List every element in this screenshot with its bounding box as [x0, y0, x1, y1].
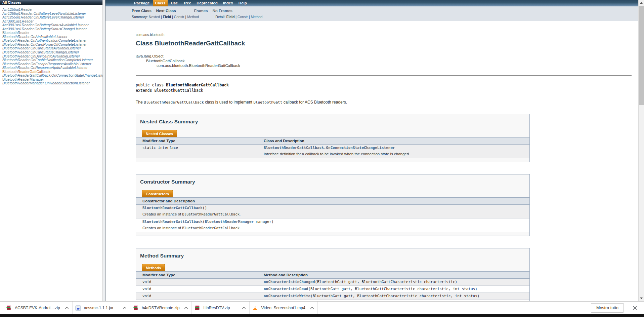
download-item[interactable]: b4aDSTVRemote.zip	[130, 302, 192, 314]
description-text: class is used to implement	[204, 100, 253, 105]
constructor-link[interactable]: BluetoothReaderGattCallback	[142, 206, 203, 210]
nested-class-link-line: BluetoothReaderGattCallback.OnConnection…	[264, 146, 528, 150]
scrollbar-thumb[interactable]	[639, 6, 644, 105]
section-heading: Constructor Summary	[136, 174, 529, 185]
subnav-text: |	[234, 15, 238, 19]
nested-class-link[interactable]: BluetoothReaderGattCallback.OnConnection…	[264, 146, 395, 150]
download-item[interactable]: acssmc-1.1.1.jar	[73, 302, 130, 314]
taskbar-edge	[0, 314, 644, 317]
subnav-link-constr[interactable]: Constr	[174, 15, 184, 19]
param-type-link[interactable]: BluetoothReaderManager	[205, 220, 254, 224]
show-all-downloads-button[interactable]: Mostra tutto	[591, 303, 624, 313]
sidebar-class-link[interactable]: Acr3901us1Reader.OnBatteryStatusAvailabl…	[2, 23, 101, 27]
close-icon[interactable]	[633, 306, 637, 310]
subnav-summary-row: Summary: Nested | Field | Constr | Metho…	[132, 15, 638, 19]
constructor-description: Creates an instance of BluetoothReaderGa…	[142, 212, 528, 217]
column-header: Constructor and Description	[136, 198, 529, 205]
all-classes-header: All Classes	[0, 0, 102, 5]
sub-navigation: Prev ClassNext ClassFramesNo Frames Summ…	[105, 6, 638, 21]
description-text: The	[136, 100, 144, 105]
sidebar-class-link[interactable]: BluetoothReaderManager.OnReaderDetection…	[2, 81, 101, 85]
column-header: Class and Description	[257, 137, 529, 145]
topnav-class[interactable]: Class	[153, 0, 168, 6]
sidebar-class-link[interactable]: BluetoothReader.OnEnableNotificationComp…	[2, 58, 101, 62]
class-content: com.acs.bluetooth Class BluetoothReaderG…	[105, 33, 638, 301]
winrar-icon	[133, 305, 139, 311]
topnav-package[interactable]: Package	[132, 0, 152, 6]
topnav-list: PackageClassUseTreeDeprecatedIndexHelp	[105, 0, 638, 6]
description-text: Creates an instance of	[142, 212, 182, 216]
subnav-link-frames[interactable]: Frames	[194, 9, 208, 13]
return-type-cell: void	[136, 286, 257, 293]
subnav-link-method[interactable]: Method	[251, 15, 262, 19]
description-text: callback for ACS Bluetooth readers.	[282, 100, 347, 105]
method-link[interactable]: onCharacteristicWrite	[264, 294, 310, 298]
subnav-link-constr[interactable]: Constr	[238, 15, 248, 19]
chevron-up-icon[interactable]	[65, 307, 69, 309]
sidebar-class-link[interactable]: BluetoothReader.OnCardStatusChangeListen…	[2, 50, 101, 54]
download-filename: acssmc-1.1.1.jar	[84, 306, 114, 310]
download-filename: LibResDTV.zip	[203, 306, 230, 310]
scroll-up-arrow[interactable]	[639, 0, 644, 6]
topnav-use[interactable]: Use	[168, 0, 180, 6]
frame-divider[interactable]	[102, 0, 105, 301]
subnav-link-next-class[interactable]: Next Class	[156, 9, 176, 13]
download-item[interactable]: LibResDTV.zip	[192, 302, 250, 314]
section-heading: Method Summary	[136, 248, 529, 259]
subnav-link-nested[interactable]: Nested	[149, 15, 160, 19]
inheritance-root: java.lang.Object	[136, 54, 632, 58]
download-item[interactable]: Video_Screenshot1.mp4	[250, 302, 317, 314]
table-row: BluetoothReaderGattCallback(BluetoothRea…	[136, 219, 529, 232]
constructor-signature: BluetoothReaderGattCallback()	[142, 206, 528, 210]
chevron-up-icon[interactable]	[242, 307, 246, 309]
code-reference: BluetoothReaderGattCallback	[182, 212, 240, 216]
method-link[interactable]: onCharacteristicChanged	[264, 280, 315, 284]
sidebar-class-link[interactable]: Acr1255uj1Reader.OnBatteryLevelChangeLis…	[2, 15, 101, 19]
topnav-deprecated[interactable]: Deprecated	[194, 0, 220, 6]
subnav-links-row: Prev ClassNext ClassFramesNo Frames	[132, 9, 638, 13]
table-row: BluetoothReaderGattCallback()Creates an …	[136, 205, 529, 219]
table-row: voidonCharacteristicWrite(BluetoothGatt …	[136, 293, 529, 300]
screen: All Classes Acr1255uj1ReaderAcr1255uj1Re…	[0, 0, 644, 317]
nested-classes-tab: Nested Classes	[142, 130, 177, 137]
vlc-icon	[252, 305, 258, 311]
nested-classes-table: Modifier and Type Class and Description …	[136, 137, 529, 158]
scrollbar[interactable]	[638, 0, 644, 301]
winrar-icon	[6, 305, 12, 311]
signature-extends: extends BluetoothGattCallback	[136, 88, 203, 93]
subnav-link-method[interactable]: Method	[187, 15, 199, 19]
table-row: voidonCharacteristicChanged(BluetoothGat…	[136, 279, 529, 286]
download-filename: ACSBT-EVK-Androi....zip	[15, 306, 60, 310]
method-params: (BluetoothGatt gatt, BluetoothGattCharac…	[310, 294, 479, 298]
constructor-description: Creates an instance of BluetoothReaderGa…	[142, 226, 528, 231]
chevron-up-icon[interactable]	[123, 307, 127, 309]
chevron-up-icon[interactable]	[310, 307, 314, 309]
download-items: ACSBT-EVK-Androi....zipacssmc-1.1.1.jarb…	[3, 302, 318, 314]
param-text: manager)	[254, 220, 274, 224]
topnav-tree[interactable]: Tree	[181, 0, 194, 6]
chevron-up-icon[interactable]	[184, 307, 188, 309]
inheritance-this: com.acs.bluetooth.BluetoothReaderGattCal…	[136, 63, 632, 68]
sidebar-class-link[interactable]: Acr1255uj1Reader	[2, 8, 101, 12]
description-text: .	[240, 212, 241, 216]
class-list: Acr1255uj1ReaderAcr1255uj1Reader.OnBatte…	[0, 5, 102, 85]
winrar-icon	[195, 305, 200, 311]
param-text: ()	[203, 206, 207, 210]
inheritance-super: BluetoothGattCallback	[136, 58, 632, 63]
page-title: Class BluetoothReaderGattCallback	[136, 40, 632, 47]
subnav-link-no-frames[interactable]: No Frames	[213, 9, 232, 13]
top-navigation: PackageClassUseTreeDeprecatedIndexHelp	[105, 0, 638, 6]
topnav-index[interactable]: Index	[221, 0, 235, 6]
constructor-link[interactable]: BluetoothReaderGattCallback	[142, 220, 203, 224]
method-link[interactable]: onCharacteristicRead	[264, 287, 308, 291]
table-row: voidonCharacteristicRead(BluetoothGatt g…	[136, 286, 529, 293]
subnav-text: |	[160, 15, 163, 19]
constructor-cell: BluetoothReaderGattCallback()Creates an …	[136, 205, 529, 219]
subnav-link-prev-class[interactable]: Prev Class	[132, 9, 152, 13]
signature-modifiers: public class	[136, 83, 166, 87]
all-classes-frame: All Classes Acr1255uj1ReaderAcr1255uj1Re…	[0, 0, 102, 301]
code-reference: BluetoothGatt	[253, 100, 282, 105]
topnav-help[interactable]: Help	[236, 0, 249, 6]
scroll-down-arrow[interactable]	[639, 295, 644, 301]
download-item[interactable]: ACSBT-EVK-Androi....zip	[3, 302, 73, 314]
